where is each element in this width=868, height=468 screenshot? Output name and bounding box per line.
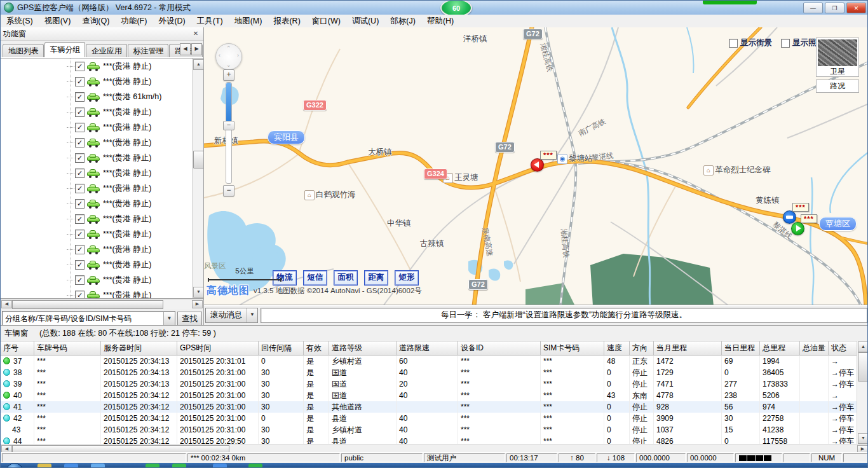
column-header[interactable]: 道路等级 — [329, 341, 397, 355]
map-tool-button[interactable]: 距离 — [364, 270, 388, 286]
column-header[interactable]: GPS时间 — [177, 341, 259, 355]
checkbox-icon[interactable] — [729, 39, 738, 48]
menu-item[interactable]: 部标(J) — [384, 15, 421, 27]
sidebar-tab[interactable]: 企业应用 — [86, 44, 127, 57]
vehicle-checkbox[interactable] — [75, 77, 85, 86]
column-header[interactable]: 车牌号码 — [34, 341, 101, 355]
scroll-left-icon[interactable]: ◀ — [1, 300, 12, 308]
scroll-message-dropdown-icon[interactable]: ▼ — [247, 308, 257, 322]
column-header[interactable]: 设备ID — [458, 341, 541, 355]
vehicle-checkbox[interactable] — [75, 291, 85, 299]
vehicle-checkbox[interactable] — [75, 245, 85, 254]
menu-item[interactable]: 调试(U) — [346, 15, 384, 27]
vehicle-tree-item[interactable]: ***(贵港 静止) — [1, 150, 203, 165]
taskbar-app-icon[interactable] — [64, 464, 78, 468]
vehicle-tree-item[interactable]: ***(贵港 静止) — [1, 257, 203, 272]
vehicle-checkbox[interactable] — [75, 107, 85, 117]
column-header[interactable]: 道路限速 — [397, 341, 458, 355]
marker-direction-icon[interactable] — [791, 222, 804, 235]
vehicle-tree-item[interactable]: ***(贵港 静止) — [1, 74, 203, 89]
satellite-layer-button[interactable]: 卫星 — [816, 38, 859, 77]
vehicle-tree-item[interactable]: ***(贵港 静止) — [1, 272, 203, 287]
vehicle-tree-item[interactable]: ***(贵港 静止) — [1, 165, 203, 181]
tree-horizontal-scrollbar[interactable]: ◀ ▶ — [1, 299, 203, 309]
vehicle-checkbox[interactable] — [75, 199, 85, 209]
pan-down-icon[interactable]: ⌄ — [226, 62, 231, 68]
vehicle-checkbox[interactable] — [75, 230, 85, 239]
zoom-out-button[interactable]: − — [223, 185, 234, 196]
map-tool-button[interactable]: 短信 — [303, 270, 327, 286]
vehicle-tree-item[interactable]: ***(贵港 静止) — [1, 59, 203, 74]
column-header[interactable]: SIM卡号码 — [541, 341, 604, 355]
column-header[interactable]: 总里程 — [760, 341, 800, 355]
vehicle-tree-item[interactable]: ***(贵港 静止) — [1, 226, 203, 242]
scroll-down-icon[interactable]: ▼ — [193, 287, 203, 298]
vehicle-table-row[interactable]: 37 *** 20150125 20:34:13 20150125 20:31:… — [1, 355, 857, 367]
taskbar-app-icon[interactable] — [91, 464, 105, 468]
column-header[interactable]: 回传间隔 — [259, 341, 304, 355]
table-horizontal-scrollbar[interactable]: ◀ ▶ — [1, 444, 868, 453]
menu-item[interactable]: 地图(M) — [229, 15, 268, 27]
sidebar-tab[interactable]: 标注管理 — [128, 44, 169, 57]
vehicle-checkbox[interactable] — [75, 123, 85, 132]
pan-left-icon[interactable]: ‹ — [219, 52, 220, 59]
zoom-in-button[interactable]: + — [223, 69, 234, 81]
vehicle-tree-item[interactable]: ***(贵港 静止) — [1, 287, 203, 299]
find-button[interactable]: 查找 — [177, 312, 202, 326]
vehicle-search-combobox[interactable]: 分组名称/车牌号码/设备ID/SIM卡号码 ▼ — [2, 311, 175, 326]
table-scroll-thumb[interactable] — [858, 352, 868, 382]
vehicle-tree-item[interactable]: ***(贵港 静止) — [1, 181, 203, 196]
menu-item[interactable]: 系统(S) — [1, 15, 39, 27]
map-tool-button[interactable]: 矩形 — [395, 270, 419, 286]
vehicle-checkbox[interactable] — [75, 184, 85, 193]
tab-scroll-left-icon[interactable]: ◀ — [180, 43, 191, 55]
vehicle-checkbox[interactable] — [75, 92, 85, 102]
vehicle-checkbox[interactable] — [75, 169, 85, 178]
vehicle-tree-item[interactable]: ***(贵港 静止) — [1, 242, 203, 257]
street-view-checkbox[interactable]: 显示街景 — [729, 38, 772, 48]
column-header[interactable]: 总油量 — [800, 341, 829, 355]
column-header[interactable]: 序号 — [1, 341, 34, 355]
marker-direction-icon[interactable] — [531, 158, 544, 172]
vehicle-checkbox[interactable] — [75, 260, 85, 270]
tree-vertical-scrollbar[interactable]: ▲ ▼ — [192, 59, 203, 298]
menu-item[interactable]: 外设(D) — [153, 15, 191, 27]
pan-up-icon[interactable]: ⌃ — [226, 45, 231, 52]
column-header[interactable]: 速度 — [604, 341, 630, 355]
tree-scroll-thumb[interactable] — [193, 151, 203, 169]
vehicle-table-row[interactable]: 38 *** 20150125 20:34:13 20150125 20:31:… — [1, 367, 857, 378]
taskbar-app-icon[interactable] — [248, 464, 262, 468]
column-header[interactable]: 服务器时间 — [101, 341, 177, 355]
tree-hscroll-thumb[interactable] — [12, 300, 163, 309]
windows-taskbar[interactable] — [1, 463, 868, 468]
checkbox-icon[interactable] — [781, 39, 790, 48]
vehicle-table-row[interactable]: 39 *** 20150125 20:34:13 20150125 20:31:… — [1, 378, 857, 390]
scroll-up-icon[interactable]: ▲ — [858, 341, 868, 352]
vehicle-tree-item[interactable]: ***(贵港 静止) — [1, 211, 203, 226]
search-combo-value[interactable]: 分组名称/车牌号码/设备ID/SIM卡号码 — [3, 313, 163, 324]
panel-close-icon[interactable]: ✕ — [191, 29, 201, 39]
zoom-thumb[interactable]: − — [223, 121, 234, 130]
sidebar-tab[interactable]: 地图列表 — [3, 44, 44, 57]
combo-dropdown-icon[interactable]: ▼ — [163, 312, 175, 325]
taskbar-app-icon[interactable] — [213, 464, 227, 468]
vehicle-tree-item[interactable]: ***(贵港 静止) — [1, 196, 203, 211]
vehicle-checkbox[interactable] — [75, 62, 85, 71]
vehicle-tree-item[interactable]: ***(贵港 静止) — [1, 135, 203, 150]
scroll-message-button[interactable]: 滚动消息 ▼ — [205, 308, 258, 323]
vehicle-tree-item[interactable]: ***(贵港 61km/h) — [1, 89, 203, 104]
vehicle-checkbox[interactable] — [75, 214, 85, 224]
traffic-layer-button[interactable]: 路况 — [816, 79, 859, 93]
start-orb-icon[interactable] — [6, 463, 24, 468]
vehicle-checkbox[interactable] — [75, 153, 85, 163]
menu-item[interactable]: 工具(T) — [191, 15, 229, 27]
zoom-track[interactable]: − — [226, 82, 232, 184]
vehicle-checkbox[interactable] — [75, 138, 85, 148]
vehicle-map-marker[interactable]: *** — [791, 222, 804, 235]
column-header[interactable]: 当日里程 — [722, 341, 760, 355]
vehicle-checkbox[interactable] — [75, 275, 85, 285]
column-header[interactable]: 有效 — [304, 341, 329, 355]
map-tool-button[interactable]: 面积 — [334, 270, 358, 286]
map-canvas[interactable]: 洋桥镇新桥镇大桥镇中华镇古辣镇黄练镇宾阳县覃塘区风景区黎塘站王灵塘白鹤观竹海革命… — [204, 27, 868, 305]
minimize-button[interactable]: — — [803, 3, 823, 13]
